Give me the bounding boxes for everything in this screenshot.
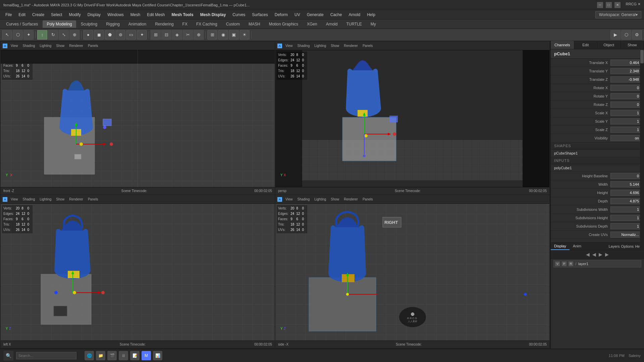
rp-rotate-y-input[interactable] [610,93,641,99]
move-tool[interactable]: ↕ [37,30,47,40]
vp-side-show-menu[interactable]: Show [329,197,340,201]
tab-fx[interactable]: FX [178,20,192,28]
viewport-side[interactable]: A View Shading Lighting Show Renderer Pa… [275,195,549,348]
rp-subdiv-height-input[interactable] [610,215,641,221]
vp-left-content[interactable]: Verts:2080 Edges:24120 Faces:960 Tris:18… [1,204,275,341]
menu-edit-mesh[interactable]: Edit Mesh [144,11,167,18]
menu-curves[interactable]: Curves [230,11,248,18]
paint-select-tool[interactable]: ✦ [23,30,34,40]
vp-side-shading-menu[interactable]: Shading [296,197,311,201]
menu-mesh-tools[interactable]: Mesh Tools [169,11,196,18]
vp-panels-menu[interactable]: Panels [87,44,100,48]
maximize-button[interactable]: □ [606,2,612,8]
viewport-front[interactable]: A View Shading Lighting Show Renderer Pa… [1,42,275,194]
search-input[interactable] [16,352,76,359]
vp-left-show-menu[interactable]: Show [55,197,66,201]
vp-persp-panels-menu[interactable]: Panels [361,44,374,48]
tab-motion-graphics[interactable]: Motion Graphics [265,20,302,28]
rp-scale-x-input[interactable] [610,110,641,116]
taskbar-icon-maya[interactable]: M [142,351,151,360]
bridge-tool[interactable]: ⊟ [161,30,171,40]
scroll-left-arrow[interactable]: ◀ [586,252,590,257]
tab-fx-caching[interactable]: FX Caching [192,20,221,28]
menu-select[interactable]: Select [48,11,65,18]
scroll-right-arrow[interactable]: ▶ [599,252,602,257]
tab-xgen[interactable]: XGen [303,20,321,28]
vp-left-renderer-menu[interactable]: Renderer [68,197,85,201]
tab-mash[interactable]: MASH [245,20,264,28]
layer-visibility-toggle[interactable]: V [555,261,560,266]
menu-generate[interactable]: Generate [304,11,326,18]
vp-lighting-menu[interactable]: Lighting [38,44,53,48]
menu-display[interactable]: Display [85,11,103,18]
menu-deform[interactable]: Deform [272,11,290,18]
vp-side-renderer-menu[interactable]: Renderer [342,197,359,201]
vp-left-panels-menu[interactable]: Panels [87,197,100,201]
vp-shading-menu[interactable]: Shading [21,44,37,48]
tab-animation[interactable]: Animation [124,20,150,28]
menu-arnold[interactable]: Arnold [346,11,363,18]
vp-front-content[interactable]: Verts:2080 Edges:24120 Faces:960 Tris:18… [1,50,275,187]
layers-options-item[interactable]: Options [621,244,634,248]
rotate-tool[interactable]: ↻ [48,30,58,40]
layers-display-tab[interactable]: Display [551,243,570,250]
menu-cache[interactable]: Cache [328,11,345,18]
layers-menu-item[interactable]: Layers [608,244,620,248]
taskbar-icon-4[interactable]: 🖥 [119,351,128,360]
vp-side-lighting-menu[interactable]: Lighting [313,197,327,201]
taskbar-icon-1[interactable]: 🌐 [85,351,94,360]
layer-render-toggle[interactable]: R [569,261,573,266]
tab-turtle[interactable]: TURTLE [342,20,366,28]
rp-scale-z-input[interactable] [610,127,641,133]
tab-custom[interactable]: Custom [222,20,244,28]
rp-visibility-input[interactable] [610,135,641,141]
torus-tool[interactable]: ⊚ [115,30,125,40]
rp-create-uvs-input[interactable] [610,232,641,238]
smooth-toggle[interactable]: ◉ [218,30,228,40]
ipr-tool[interactable]: ⬡ [621,30,631,40]
loop-cut-tool[interactable]: ⊕ [194,30,204,40]
taskbar-icon-5[interactable]: 📝 [130,351,140,360]
rp-tab-object[interactable]: Object [597,41,621,49]
menu-help[interactable]: Help [364,11,378,18]
layers-anim-tab[interactable]: Anim [570,243,585,250]
tab-curves-surfaces[interactable]: Curves / Surfaces [2,20,42,28]
menu-edit[interactable]: Edit [16,11,28,18]
vp-left-shading-menu[interactable]: Shading [21,197,37,201]
sphere-tool[interactable]: ● [83,30,93,40]
rp-tab-edit[interactable]: Edit [574,41,598,49]
rp-height-input[interactable] [610,190,641,196]
taskbar-icon-3[interactable]: 🎬 [107,351,117,360]
light-toggle[interactable]: ☀ [239,30,250,40]
viewport-left[interactable]: A View Shading Lighting Show Renderer Pa… [1,195,275,348]
vp-persp-show-menu[interactable]: Show [329,44,340,48]
texture-toggle[interactable]: ▣ [229,30,239,40]
taskbar-icon-2[interactable]: 📁 [96,351,105,360]
vp-side-content[interactable]: Verts:2080 Edges:24120 Faces:960 Tris:18… [275,204,549,341]
lasso-tool[interactable]: ⬡ [13,30,23,40]
vp-persp-shading-menu[interactable]: Shading [296,44,311,48]
rp-rotate-x-input[interactable] [610,85,641,91]
special-mesh-tool[interactable]: ✦ [137,30,147,40]
rp-rotate-z-input[interactable] [610,102,641,108]
vp-side-view-menu[interactable]: View [284,197,294,201]
taskbar-icon-6[interactable]: 📊 [153,351,162,360]
vp-persp-content[interactable]: Verts:2080 Edges:24120 Faces:960 Tris:18… [275,50,549,187]
vp-renderer-menu[interactable]: Renderer [68,44,85,48]
menu-mesh[interactable]: Mesh [128,11,143,18]
tab-poly-modeling[interactable]: Poly Modeling [43,20,76,28]
vp-view-menu[interactable]: View [9,44,19,48]
select-tool[interactable]: ↖ [2,30,12,40]
cut-tool[interactable]: ✂ [183,30,193,40]
minimize-button[interactable]: ─ [597,2,603,8]
wireframe-toggle[interactable]: ⊞ [207,30,217,40]
tab-rendering[interactable]: Rendering [151,20,177,28]
extrude-tool[interactable]: ⊞ [151,30,161,40]
menu-surfaces[interactable]: Surfaces [249,11,270,18]
layer-playback-toggle[interactable]: P [562,261,567,266]
scroll-right2-arrow[interactable]: ▶ [605,252,609,257]
universal-tool[interactable]: ⊕ [69,30,79,40]
bevel-tool[interactable]: ◈ [172,30,182,40]
viewport-persp[interactable]: A View Shading Lighting Show Renderer Pa… [275,42,549,194]
tab-rigging[interactable]: Rigging [102,20,124,28]
